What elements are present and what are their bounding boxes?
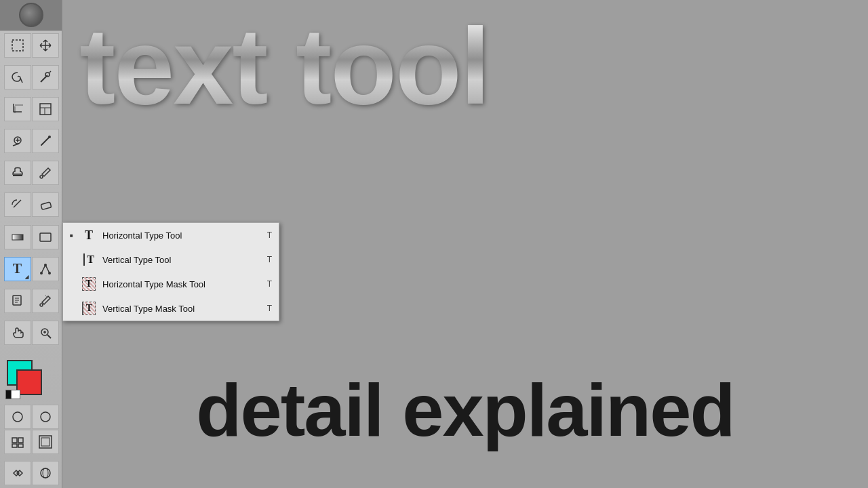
brush-icon <box>39 134 52 148</box>
tool-history2[interactable] <box>4 461 31 485</box>
tool-hand[interactable] <box>4 321 31 345</box>
tool-brush[interactable] <box>32 129 59 153</box>
svg-point-40 <box>43 468 48 478</box>
tool-notes[interactable] <box>4 289 31 313</box>
type-icon: T <box>13 261 22 277</box>
svg-point-32 <box>41 412 50 422</box>
tool-type[interactable]: T <box>4 257 31 281</box>
type-tool-context-menu: ■ T Horizontal Type Tool T T Vertical Ty… <box>62 222 279 321</box>
svg-rect-35 <box>12 444 17 447</box>
tool-quick-mask[interactable] <box>32 405 59 429</box>
rect2-icon <box>11 435 24 449</box>
tool-gradient[interactable] <box>4 225 31 249</box>
gradient-icon <box>11 230 24 244</box>
tool-standard-mode[interactable] <box>4 405 31 429</box>
main-text-display: text tool <box>69 0 499 133</box>
vertical-type-shortcut: T <box>267 255 272 264</box>
vertical-type-icon: T <box>81 251 97 268</box>
hand-icon <box>11 326 24 340</box>
horizontal-mask-label: Horizontal Type Mask Tool <box>102 279 262 289</box>
eraser-icon <box>39 198 52 211</box>
3d-icon <box>39 466 52 480</box>
detail-text-display: detail explained <box>62 373 868 447</box>
horizontal-type-shortcut: T <box>267 230 272 240</box>
tool-history-brush[interactable] <box>4 192 31 217</box>
svg-line-26 <box>45 296 47 297</box>
svg-point-31 <box>13 412 22 422</box>
svg-point-19 <box>40 272 43 274</box>
svg-point-25 <box>40 304 43 306</box>
tool-lasso[interactable] <box>4 65 31 89</box>
swap-colors-icon[interactable] <box>11 390 20 399</box>
svg-point-14 <box>40 176 43 178</box>
vertical-mask-icon: T <box>81 300 97 317</box>
app-logo <box>19 3 43 27</box>
menu-item-horizontal-type[interactable]: ■ T Horizontal Type Tool T <box>63 223 279 247</box>
tool-move[interactable] <box>32 33 59 58</box>
horizontal-mask-icon: T <box>81 276 97 292</box>
svg-line-4 <box>50 71 51 73</box>
main-text-container: text tool <box>62 0 868 133</box>
svg-rect-34 <box>18 438 23 443</box>
svg-line-1 <box>20 78 22 83</box>
tool-rect-shape[interactable] <box>32 225 59 249</box>
svg-rect-33 <box>12 438 17 443</box>
tool-zoom[interactable] <box>32 321 59 345</box>
svg-rect-17 <box>40 233 51 241</box>
color-sampler-icon <box>39 294 52 308</box>
tool-slice[interactable] <box>32 97 59 121</box>
tool-eyedrop[interactable] <box>32 161 59 185</box>
vertical-mask-label: Vertical Type Mask Tool <box>102 304 262 314</box>
screen-mode-tools <box>1 458 61 488</box>
tool-crop[interactable] <box>4 97 31 121</box>
tool-heal[interactable] <box>4 129 31 153</box>
tools-grid: T <box>1 30 61 354</box>
path-sel-icon <box>39 262 52 276</box>
quick-mask-icon <box>39 410 52 424</box>
mode-tools <box>1 402 61 457</box>
svg-point-18 <box>44 264 47 266</box>
tool-eraser[interactable] <box>32 192 59 217</box>
heal-icon <box>11 134 24 148</box>
standard-mode-icon <box>11 410 24 424</box>
tool-stamp[interactable] <box>4 161 31 185</box>
wand-icon <box>39 70 52 84</box>
svg-rect-0 <box>12 40 23 51</box>
move-icon <box>39 39 52 52</box>
tool-frame[interactable] <box>32 430 59 454</box>
menu-item-vertical-type[interactable]: T Vertical Type Tool T <box>63 247 279 272</box>
menu-item-vertical-mask[interactable]: T Vertical Type Mask Tool T <box>63 296 279 321</box>
color-swatches <box>1 354 61 402</box>
menu-item-horizontal-mask[interactable]: T Horizontal Type Mask Tool T <box>63 272 279 296</box>
tool-color-sampler[interactable] <box>32 289 59 313</box>
toolbar-header <box>0 0 62 30</box>
history-brush-icon <box>11 198 24 211</box>
history2-icon <box>11 466 24 480</box>
tool-rect2[interactable] <box>4 430 31 454</box>
rect-shape-icon <box>39 230 52 244</box>
vertical-type-label: Vertical Type Tool <box>102 255 262 265</box>
horizontal-type-label: Horizontal Type Tool <box>102 230 262 241</box>
zoom-icon <box>39 326 52 340</box>
marquee-icon <box>11 39 24 52</box>
stamp-icon <box>11 166 24 180</box>
tool-wand[interactable] <box>32 65 59 89</box>
svg-rect-16 <box>12 235 23 240</box>
svg-line-11 <box>13 144 19 146</box>
tool-path-sel[interactable] <box>32 257 59 281</box>
tool-3d[interactable] <box>32 461 59 485</box>
horizontal-mask-shortcut: T <box>267 279 272 289</box>
flyout-indicator <box>25 275 29 279</box>
toolbar: T <box>0 0 62 488</box>
lasso-icon <box>11 70 24 84</box>
svg-rect-36 <box>18 444 23 447</box>
slice-icon <box>39 102 52 116</box>
tool-marquee[interactable] <box>4 33 31 58</box>
svg-rect-15 <box>41 203 52 210</box>
notes-icon <box>11 294 24 308</box>
selected-bullet: ■ <box>70 232 81 239</box>
svg-rect-5 <box>40 104 51 115</box>
svg-rect-38 <box>41 438 50 446</box>
svg-point-20 <box>48 272 51 274</box>
svg-point-12 <box>48 136 51 138</box>
